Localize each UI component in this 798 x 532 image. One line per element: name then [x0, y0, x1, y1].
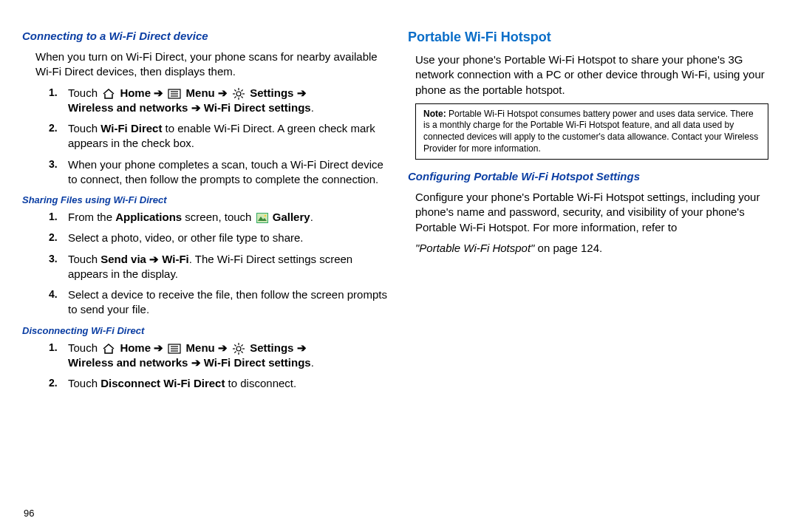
menu-label: Menu	[186, 86, 215, 99]
config-paragraph: Configure your phone's Portable Wi-Fi Ho…	[415, 190, 776, 235]
svg-point-15	[264, 215, 266, 217]
s2a: Touch	[68, 122, 100, 134]
heading-sharing: Sharing Files using Wi-Fi Direct	[22, 194, 390, 205]
svg-line-12	[242, 89, 243, 91]
p2-text: Configure your phone's Portable Wi-Fi Ho…	[415, 191, 760, 233]
d1-tail: Wireless and networks ➔ Wi-Fi Direct set…	[68, 356, 311, 369]
d1-period: .	[311, 356, 314, 369]
gallery-label: Gallery	[273, 211, 310, 223]
svg-line-27	[234, 351, 236, 352]
home-icon	[102, 89, 115, 99]
note-box: Note: Portable Wi-Fi Hotspot consumes ba…	[415, 103, 768, 160]
step1-period: .	[311, 101, 314, 114]
arrow-d3: ➔	[297, 341, 307, 354]
step-2: Touch Wi-Fi Direct to enable Wi-Fi Direc…	[49, 121, 390, 151]
note-text: Portable Wi-Fi Hotspot consumes battery …	[423, 109, 758, 154]
share-step-2: Select a photo, video, or other file typ…	[49, 231, 390, 245]
arrow-d2: ➔	[218, 341, 231, 354]
share-step-4: Select a device to receive the file, the…	[49, 287, 390, 318]
d1-touch: Touch	[68, 341, 100, 354]
svg-line-25	[234, 344, 236, 346]
home-icon	[102, 344, 115, 354]
arrow-d1: ➔	[154, 341, 166, 354]
disc-step-2: Touch Disconnect Wi-Fi Direct to disconn…	[49, 376, 390, 391]
f3a: Touch	[68, 253, 100, 265]
f1-period: .	[310, 211, 313, 223]
f1b: Applications	[115, 211, 182, 223]
svg-line-26	[242, 351, 243, 352]
f1c: screen, touch	[182, 211, 254, 223]
d2a: Touch	[68, 377, 100, 389]
step1-tail: Wireless and networks ➔ Wi-Fi Direct set…	[68, 101, 311, 114]
page-number: 96	[24, 508, 34, 519]
sharing-steps: From the Applications screen, touch Gall…	[49, 210, 390, 318]
connecting-steps: Touch Home ➔ Menu ➔ Settings ➔ Wireless …	[49, 86, 390, 188]
svg-line-9	[234, 89, 236, 91]
settings-label-2: Settings	[250, 341, 293, 354]
svg-line-11	[234, 96, 236, 98]
home-label: Home	[120, 86, 151, 99]
note-label: Note:	[423, 109, 446, 119]
arrow-2: ➔	[218, 86, 231, 99]
intro-paragraph: When you turn on Wi-Fi Direct, your phon…	[35, 50, 390, 80]
menu-icon	[168, 89, 181, 99]
heading-configuring: Configuring Portable Wi-Fi Hotspot Setti…	[408, 170, 776, 183]
disconnect-steps: Touch Home ➔ Menu ➔ Settings ➔ Wireless …	[49, 341, 390, 392]
svg-point-4	[236, 92, 241, 96]
d2b: Disconnect Wi-Fi Direct	[100, 377, 225, 389]
share-step-1: From the Applications screen, touch Gall…	[49, 210, 390, 225]
settings-label: Settings	[250, 86, 293, 99]
xref-quote: "Portable Wi-Fi Hotspot"	[415, 242, 534, 254]
step-1: Touch Home ➔ Menu ➔ Settings ➔ Wireless …	[49, 86, 390, 116]
svg-line-10	[242, 96, 243, 98]
settings-icon	[232, 87, 245, 100]
svg-point-20	[236, 347, 241, 351]
f1a: From the	[68, 211, 115, 223]
menu-label-2: Menu	[186, 341, 215, 354]
home-label-2: Home	[120, 341, 151, 354]
heading-disconnecting: Disconnecting Wi-Fi Direct	[22, 325, 390, 336]
f3b: Send via ➔ Wi-Fi	[100, 253, 189, 265]
hotspot-intro: Use your phone's Portable Wi-Fi Hotspot …	[415, 52, 776, 98]
arrow-1: ➔	[154, 86, 166, 99]
disc-step-1: Touch Home ➔ Menu ➔ Settings ➔ Wireless …	[49, 341, 390, 371]
svg-rect-13	[256, 214, 267, 223]
step-3: When your phone completes a scan, touch …	[49, 157, 390, 188]
settings-icon	[232, 342, 245, 355]
s2b: Wi-Fi Direct	[100, 122, 162, 134]
arrow-3: ➔	[297, 86, 307, 99]
text: Touch	[68, 86, 100, 99]
xref-tail: on page 124.	[534, 242, 602, 254]
left-column: Connecting to a Wi-Fi Direct device When…	[22, 30, 390, 517]
heading-hotspot: Portable Wi-Fi Hotspot	[408, 30, 776, 45]
menu-icon	[168, 344, 181, 354]
heading-connecting: Connecting to a Wi-Fi Direct device	[22, 30, 390, 42]
share-step-3: Touch Send via ➔ Wi-Fi. The Wi-Fi Direct…	[49, 252, 390, 282]
gallery-icon	[256, 213, 268, 223]
d2c: to disconnect.	[225, 377, 296, 389]
right-column: Portable Wi-Fi Hotspot Use your phone's …	[408, 30, 776, 517]
svg-line-28	[242, 344, 243, 346]
cross-reference: "Portable Wi-Fi Hotspot" on page 124.	[415, 241, 776, 256]
